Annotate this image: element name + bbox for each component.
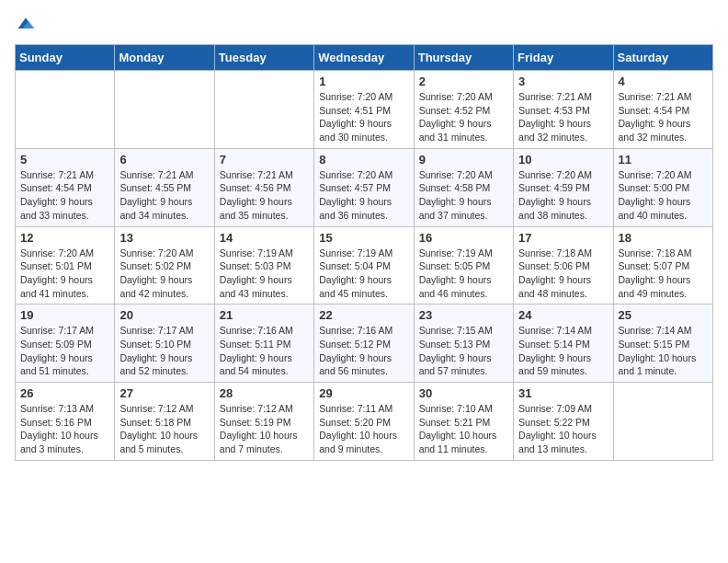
week-row-1: 1Sunrise: 7:20 AM Sunset: 4:51 PM Daylig… bbox=[16, 71, 713, 149]
day-info: Sunrise: 7:21 AM Sunset: 4:53 PM Dayligh… bbox=[518, 90, 608, 144]
day-info: Sunrise: 7:19 AM Sunset: 5:03 PM Dayligh… bbox=[220, 247, 309, 301]
day-info: Sunrise: 7:14 AM Sunset: 5:15 PM Dayligh… bbox=[619, 324, 708, 378]
day-info: Sunrise: 7:21 AM Sunset: 4:54 PM Dayligh… bbox=[619, 90, 708, 144]
day-number: 17 bbox=[518, 231, 608, 245]
calendar-cell: 11Sunrise: 7:20 AM Sunset: 5:00 PM Dayli… bbox=[613, 148, 712, 226]
calendar-cell: 28Sunrise: 7:12 AM Sunset: 5:19 PM Dayli… bbox=[214, 383, 313, 461]
day-info: Sunrise: 7:15 AM Sunset: 5:13 PM Dayligh… bbox=[419, 324, 508, 378]
calendar-cell: 4Sunrise: 7:21 AM Sunset: 4:54 PM Daylig… bbox=[613, 71, 712, 149]
day-info: Sunrise: 7:19 AM Sunset: 5:04 PM Dayligh… bbox=[319, 247, 408, 301]
day-info: Sunrise: 7:12 AM Sunset: 5:18 PM Dayligh… bbox=[119, 402, 209, 456]
day-number: 7 bbox=[220, 153, 309, 167]
day-number: 19 bbox=[20, 308, 109, 322]
week-row-5: 26Sunrise: 7:13 AM Sunset: 5:16 PM Dayli… bbox=[16, 383, 713, 461]
week-row-4: 19Sunrise: 7:17 AM Sunset: 5:09 PM Dayli… bbox=[16, 304, 713, 383]
calendar-cell: 2Sunrise: 7:20 AM Sunset: 4:52 PM Daylig… bbox=[414, 71, 513, 149]
day-number: 22 bbox=[319, 308, 408, 322]
day-info: Sunrise: 7:13 AM Sunset: 5:16 PM Dayligh… bbox=[20, 402, 109, 456]
day-info: Sunrise: 7:20 AM Sunset: 4:51 PM Dayligh… bbox=[319, 90, 408, 144]
calendar-cell: 30Sunrise: 7:10 AM Sunset: 5:21 PM Dayli… bbox=[414, 383, 513, 461]
calendar-cell: 1Sunrise: 7:20 AM Sunset: 4:51 PM Daylig… bbox=[314, 71, 414, 149]
calendar-cell: 3Sunrise: 7:21 AM Sunset: 4:53 PM Daylig… bbox=[514, 71, 613, 149]
calendar-cell: 17Sunrise: 7:18 AM Sunset: 5:06 PM Dayli… bbox=[514, 226, 613, 304]
weekday-header-friday: Friday bbox=[514, 45, 613, 71]
day-number: 18 bbox=[619, 231, 708, 245]
day-number: 13 bbox=[119, 231, 209, 245]
weekday-header-tuesday: Tuesday bbox=[214, 45, 313, 71]
calendar-cell: 19Sunrise: 7:17 AM Sunset: 5:09 PM Dayli… bbox=[16, 304, 115, 383]
calendar-cell: 20Sunrise: 7:17 AM Sunset: 5:10 PM Dayli… bbox=[115, 304, 214, 383]
calendar-cell: 7Sunrise: 7:21 AM Sunset: 4:56 PM Daylig… bbox=[214, 148, 313, 226]
calendar-cell: 14Sunrise: 7:19 AM Sunset: 5:03 PM Dayli… bbox=[214, 226, 313, 304]
week-row-3: 12Sunrise: 7:20 AM Sunset: 5:01 PM Dayli… bbox=[16, 226, 713, 304]
day-info: Sunrise: 7:18 AM Sunset: 5:06 PM Dayligh… bbox=[518, 247, 608, 301]
day-number: 30 bbox=[419, 386, 508, 400]
day-info: Sunrise: 7:16 AM Sunset: 5:11 PM Dayligh… bbox=[220, 324, 309, 378]
day-number: 1 bbox=[319, 75, 408, 88]
day-number: 31 bbox=[518, 386, 608, 400]
day-info: Sunrise: 7:20 AM Sunset: 5:01 PM Dayligh… bbox=[20, 247, 109, 301]
day-info: Sunrise: 7:21 AM Sunset: 4:55 PM Dayligh… bbox=[119, 168, 209, 223]
weekday-header-saturday: Saturday bbox=[613, 45, 712, 71]
calendar-cell: 21Sunrise: 7:16 AM Sunset: 5:11 PM Dayli… bbox=[214, 304, 313, 383]
calendar-cell: 26Sunrise: 7:13 AM Sunset: 5:16 PM Dayli… bbox=[16, 383, 115, 461]
day-number: 27 bbox=[119, 386, 209, 400]
calendar-cell: 29Sunrise: 7:11 AM Sunset: 5:20 PM Dayli… bbox=[314, 383, 414, 461]
day-number: 16 bbox=[419, 231, 508, 245]
calendar-cell: 24Sunrise: 7:14 AM Sunset: 5:14 PM Dayli… bbox=[514, 304, 613, 383]
calendar-cell: 22Sunrise: 7:16 AM Sunset: 5:12 PM Dayli… bbox=[314, 304, 414, 383]
day-number: 14 bbox=[220, 231, 309, 245]
day-number: 8 bbox=[319, 153, 408, 167]
day-number: 2 bbox=[419, 75, 508, 88]
calendar-cell bbox=[214, 71, 313, 149]
calendar-table: SundayMondayTuesdayWednesdayThursdayFrid… bbox=[15, 44, 713, 461]
calendar-cell bbox=[115, 71, 214, 149]
calendar-cell bbox=[613, 383, 712, 461]
day-info: Sunrise: 7:20 AM Sunset: 5:00 PM Dayligh… bbox=[619, 168, 708, 223]
day-info: Sunrise: 7:20 AM Sunset: 4:58 PM Dayligh… bbox=[419, 168, 508, 223]
day-info: Sunrise: 7:20 AM Sunset: 4:52 PM Dayligh… bbox=[419, 90, 508, 144]
calendar-cell: 9Sunrise: 7:20 AM Sunset: 4:58 PM Daylig… bbox=[414, 148, 513, 226]
day-number: 12 bbox=[20, 231, 109, 245]
day-info: Sunrise: 7:16 AM Sunset: 5:12 PM Dayligh… bbox=[319, 324, 408, 378]
logo bbox=[15, 15, 35, 33]
calendar-cell: 23Sunrise: 7:15 AM Sunset: 5:13 PM Dayli… bbox=[414, 304, 513, 383]
day-number: 3 bbox=[518, 75, 608, 88]
calendar-cell: 27Sunrise: 7:12 AM Sunset: 5:18 PM Dayli… bbox=[115, 383, 214, 461]
day-info: Sunrise: 7:20 AM Sunset: 5:02 PM Dayligh… bbox=[119, 247, 209, 301]
calendar-cell: 25Sunrise: 7:14 AM Sunset: 5:15 PM Dayli… bbox=[613, 304, 712, 383]
calendar-cell bbox=[16, 71, 115, 149]
day-number: 26 bbox=[20, 386, 109, 400]
calendar-cell: 15Sunrise: 7:19 AM Sunset: 5:04 PM Dayli… bbox=[314, 226, 414, 304]
calendar-cell: 13Sunrise: 7:20 AM Sunset: 5:02 PM Dayli… bbox=[115, 226, 214, 304]
day-number: 11 bbox=[619, 153, 708, 167]
day-info: Sunrise: 7:11 AM Sunset: 5:20 PM Dayligh… bbox=[319, 402, 408, 456]
day-info: Sunrise: 7:21 AM Sunset: 4:56 PM Dayligh… bbox=[220, 168, 309, 223]
day-info: Sunrise: 7:12 AM Sunset: 5:19 PM Dayligh… bbox=[220, 402, 309, 456]
weekday-header-thursday: Thursday bbox=[414, 45, 513, 71]
calendar-cell: 5Sunrise: 7:21 AM Sunset: 4:54 PM Daylig… bbox=[16, 148, 115, 226]
day-info: Sunrise: 7:19 AM Sunset: 5:05 PM Dayligh… bbox=[419, 247, 508, 301]
day-info: Sunrise: 7:10 AM Sunset: 5:21 PM Dayligh… bbox=[419, 402, 508, 456]
day-number: 23 bbox=[419, 308, 508, 322]
day-number: 9 bbox=[419, 153, 508, 167]
day-number: 6 bbox=[119, 153, 209, 167]
day-number: 10 bbox=[518, 153, 608, 167]
calendar-cell: 18Sunrise: 7:18 AM Sunset: 5:07 PM Dayli… bbox=[613, 226, 712, 304]
weekday-header-monday: Monday bbox=[115, 45, 214, 71]
calendar-cell: 10Sunrise: 7:20 AM Sunset: 4:59 PM Dayli… bbox=[514, 148, 613, 226]
calendar-cell: 12Sunrise: 7:20 AM Sunset: 5:01 PM Dayli… bbox=[16, 226, 115, 304]
day-info: Sunrise: 7:20 AM Sunset: 4:59 PM Dayligh… bbox=[518, 168, 608, 223]
logo-icon bbox=[17, 15, 35, 33]
calendar-cell: 6Sunrise: 7:21 AM Sunset: 4:55 PM Daylig… bbox=[115, 148, 214, 226]
day-number: 25 bbox=[619, 308, 708, 322]
day-number: 21 bbox=[220, 308, 309, 322]
day-info: Sunrise: 7:17 AM Sunset: 5:09 PM Dayligh… bbox=[20, 324, 109, 378]
day-info: Sunrise: 7:20 AM Sunset: 4:57 PM Dayligh… bbox=[319, 168, 408, 223]
day-info: Sunrise: 7:09 AM Sunset: 5:22 PM Dayligh… bbox=[518, 402, 608, 456]
day-info: Sunrise: 7:14 AM Sunset: 5:14 PM Dayligh… bbox=[518, 324, 608, 378]
day-info: Sunrise: 7:17 AM Sunset: 5:10 PM Dayligh… bbox=[119, 324, 209, 378]
weekday-header-wednesday: Wednesday bbox=[314, 45, 414, 71]
weekday-header-sunday: Sunday bbox=[16, 45, 115, 71]
day-info: Sunrise: 7:21 AM Sunset: 4:54 PM Dayligh… bbox=[20, 168, 109, 223]
